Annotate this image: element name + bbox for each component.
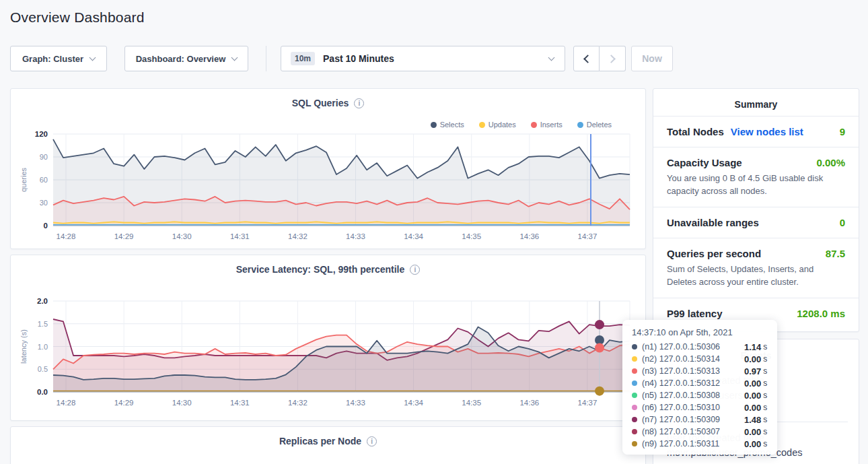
- svg-text:0: 0: [44, 222, 48, 230]
- dashboard-dropdown[interactable]: Dashboard: Overview: [124, 46, 248, 71]
- svg-text:120: 120: [35, 130, 48, 138]
- svg-text:14:34: 14:34: [404, 399, 423, 407]
- graph-scope-dropdown[interactable]: Graph: Cluster: [10, 46, 107, 71]
- tooltip-row: (n7) 127.0.0.1:503091.48s: [632, 413, 768, 426]
- tooltip-unit: s: [763, 391, 767, 400]
- qps-label: Queries per second: [667, 248, 761, 259]
- view-nodes-list-link[interactable]: View nodes list: [731, 126, 803, 137]
- tooltip-node-label: (n2) 127.0.0.1:50314: [642, 354, 744, 364]
- tooltip-row: (n5) 127.0.0.1:503080.00s: [632, 389, 768, 401]
- summary-title: Summary: [653, 89, 859, 116]
- tooltip-timestamp: 14:37:10 on Apr 5th, 2021: [632, 327, 768, 337]
- tooltip-rows: (n1) 127.0.0.1:503061.14s(n2) 127.0.0.1:…: [632, 341, 768, 450]
- total-nodes-label: Total Nodes: [667, 126, 724, 137]
- chevron-down-icon: [231, 54, 238, 61]
- capacity-usage-label: Capacity Usage: [667, 157, 742, 168]
- svg-text:0.5: 0.5: [38, 365, 48, 373]
- unavailable-ranges-stat: Unavailable ranges 0: [653, 207, 859, 238]
- p99-latency-value: 1208.0 ms: [797, 308, 845, 319]
- tooltip-unit: s: [763, 403, 767, 412]
- svg-text:14:34: 14:34: [404, 232, 423, 240]
- series-dot-icon: [632, 417, 637, 422]
- service-latency-title-row: Service Latency: SQL, 99th percentile i: [11, 264, 645, 275]
- chart-hover-tooltip: 14:37:10 on Apr 5th, 2021 (n1) 127.0.0.1…: [622, 320, 777, 455]
- svg-text:14:29: 14:29: [114, 232, 134, 240]
- time-next-button[interactable]: [600, 46, 626, 71]
- chevron-down-icon: [89, 54, 96, 61]
- svg-text:14:32: 14:32: [288, 232, 308, 240]
- series-dot-icon: [632, 344, 637, 350]
- info-icon[interactable]: i: [367, 436, 377, 446]
- chevron-right-icon: [607, 55, 616, 63]
- toolbar-divider: [266, 46, 266, 71]
- svg-text:14:29: 14:29: [114, 399, 134, 407]
- service-latency-chart[interactable]: 0.00.51.01.52.014:2814:2914:3014:3114:32…: [11, 293, 647, 414]
- series-dot-icon: [632, 441, 637, 446]
- tooltip-value: 0.00: [744, 391, 761, 401]
- sql-queries-title: SQL Queries: [292, 98, 349, 108]
- svg-text:queries: queries: [20, 167, 28, 192]
- qps-desc: Sum of Selects, Updates, Inserts, and De…: [667, 263, 845, 288]
- capacity-usage-desc: You are using 0 B of 4.5 GiB usable disk…: [667, 172, 845, 197]
- tooltip-row: (n2) 127.0.0.1:503140.00s: [632, 353, 768, 365]
- svg-text:14:28: 14:28: [57, 399, 76, 407]
- svg-text:14:32: 14:32: [288, 399, 308, 407]
- tooltip-node-label: (n9) 127.0.0.1:50311: [642, 439, 744, 449]
- svg-text:14:37: 14:37: [578, 399, 598, 407]
- tooltip-row: (n4) 127.0.0.1:503120.00s: [632, 377, 768, 389]
- svg-text:2.0: 2.0: [37, 297, 48, 305]
- qps-value: 87.5: [826, 248, 845, 259]
- tooltip-value: 0.00: [744, 378, 761, 389]
- time-prev-button[interactable]: [573, 46, 600, 71]
- tooltip-node-label: (n8) 127.0.0.1:50307: [642, 427, 744, 436]
- replicas-title-row: Replicas per Node i: [11, 436, 645, 446]
- svg-text:60: 60: [40, 176, 48, 184]
- unavailable-ranges-value: 0: [840, 217, 845, 228]
- tooltip-unit: s: [763, 342, 767, 352]
- svg-text:1.0: 1.0: [38, 343, 48, 351]
- sql-queries-panel: SQL Queries i Selects Updates Inserts De…: [10, 88, 646, 249]
- total-nodes-value: 9: [840, 126, 845, 137]
- sql-queries-chart[interactable]: 030609012014:2814:2914:3014:3114:3214:33…: [11, 127, 647, 248]
- tooltip-unit: s: [763, 415, 767, 424]
- tooltip-value: 1.48: [744, 415, 761, 425]
- tooltip-unit: s: [763, 366, 767, 376]
- series-dot-icon: [632, 368, 637, 374]
- svg-text:14:36: 14:36: [519, 232, 539, 240]
- time-range-select[interactable]: 10m Past 10 Minutes: [281, 46, 565, 71]
- svg-text:14:35: 14:35: [462, 399, 481, 407]
- tooltip-unit: s: [763, 354, 767, 364]
- tooltip-unit: s: [763, 378, 767, 388]
- tooltip-value: 0.00: [744, 403, 761, 413]
- tooltip-node-label: (n6) 127.0.0.1:50310: [642, 403, 744, 412]
- tooltip-node-label: (n1) 127.0.0.1:50306: [642, 342, 744, 352]
- info-icon[interactable]: i: [410, 265, 420, 275]
- series-dot-icon: [632, 380, 637, 386]
- svg-text:0.0: 0.0: [37, 388, 48, 396]
- dashboard-label: Dashboard: Overview: [136, 54, 226, 64]
- tooltip-row: (n9) 127.0.0.1:503110.00s: [632, 438, 768, 450]
- svg-text:14:30: 14:30: [172, 399, 192, 407]
- tooltip-value: 0.00: [744, 354, 761, 364]
- svg-text:14:33: 14:33: [346, 232, 365, 240]
- service-latency-title: Service Latency: SQL, 99th percentile: [236, 264, 405, 275]
- replicas-panel: Replicas per Node i: [10, 426, 646, 464]
- tooltip-row: (n8) 127.0.0.1:503070.00s: [632, 426, 768, 438]
- svg-text:14:35: 14:35: [462, 232, 481, 240]
- unavailable-ranges-label: Unavailable ranges: [667, 217, 759, 228]
- tooltip-row: (n6) 127.0.0.1:503100.00s: [632, 401, 768, 413]
- info-icon[interactable]: i: [354, 98, 364, 108]
- capacity-usage-stat: Capacity Usage 0.00% You are using 0 B o…: [653, 147, 859, 207]
- tooltip-node-label: (n4) 127.0.0.1:50312: [642, 378, 744, 388]
- tooltip-value: 0.97: [744, 366, 761, 376]
- now-button[interactable]: Now: [631, 46, 673, 71]
- tooltip-row: (n3) 127.0.0.1:503130.97s: [632, 365, 768, 377]
- tooltip-unit: s: [763, 439, 767, 449]
- svg-text:14:28: 14:28: [57, 232, 76, 240]
- svg-text:14:31: 14:31: [230, 399, 250, 407]
- summary-panel: Summary Total Nodes View nodes list 9 Ca…: [653, 88, 859, 332]
- svg-text:14:37: 14:37: [578, 232, 598, 240]
- svg-text:14:31: 14:31: [230, 232, 250, 240]
- tooltip-node-label: (n5) 127.0.0.1:50308: [642, 391, 744, 400]
- svg-text:90: 90: [40, 153, 48, 161]
